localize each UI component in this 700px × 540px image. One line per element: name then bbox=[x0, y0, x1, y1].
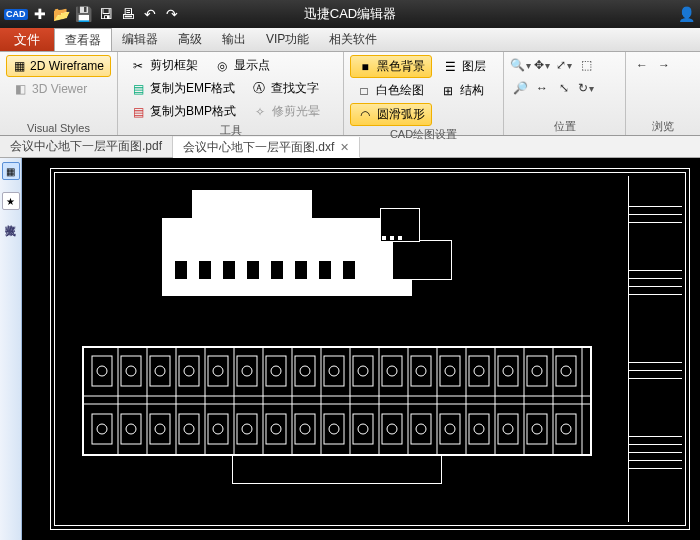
sidebar-favorites-button[interactable]: ★ bbox=[2, 192, 20, 210]
detail-dot bbox=[398, 236, 402, 240]
show-point-button[interactable]: ◎显示点 bbox=[208, 55, 276, 76]
copy-bmp-button[interactable]: ▤复制为BMP格式 bbox=[124, 101, 242, 122]
saveas-icon[interactable]: 🖫 bbox=[96, 4, 116, 24]
wireframe-button[interactable]: ▦ 2D Wireframe bbox=[6, 55, 111, 77]
svg-rect-43 bbox=[324, 414, 344, 444]
zoom-in-button[interactable]: 🔍▾ bbox=[510, 55, 530, 75]
menu-output[interactable]: 输出 bbox=[212, 28, 256, 51]
rotate-button[interactable]: ↻▾ bbox=[576, 78, 596, 98]
svg-rect-37 bbox=[295, 356, 315, 386]
svg-point-80 bbox=[532, 424, 542, 434]
doctab-pdf[interactable]: 会议中心地下一层平面图.pdf bbox=[0, 136, 173, 157]
svg-rect-77 bbox=[527, 356, 547, 386]
print-icon[interactable]: 🖶 bbox=[118, 4, 138, 24]
svg-point-14 bbox=[155, 366, 165, 376]
black-bg-label: 黑色背景 bbox=[377, 58, 425, 75]
undo-icon[interactable]: ↶ bbox=[140, 4, 160, 24]
svg-point-4 bbox=[97, 366, 107, 376]
viewer3d-button[interactable]: ◧ 3D Viewer bbox=[6, 79, 111, 99]
zoom-out-button[interactable]: 🔎 bbox=[510, 78, 530, 98]
copy-bmp-label: 复制为BMP格式 bbox=[150, 103, 236, 120]
trim-halo-label: 修剪光晕 bbox=[272, 103, 320, 120]
svg-rect-82 bbox=[556, 356, 576, 386]
menu-editor[interactable]: 编辑器 bbox=[112, 28, 168, 51]
svg-rect-52 bbox=[382, 356, 402, 386]
menu-related[interactable]: 相关软件 bbox=[319, 28, 387, 51]
svg-point-84 bbox=[561, 366, 571, 376]
svg-rect-47 bbox=[353, 356, 373, 386]
svg-point-20 bbox=[184, 424, 194, 434]
menu-viewer[interactable]: 查看器 bbox=[54, 28, 112, 51]
svg-rect-57 bbox=[411, 356, 431, 386]
svg-rect-7 bbox=[121, 356, 141, 386]
group-label-visual: Visual Styles bbox=[6, 121, 111, 134]
svg-rect-58 bbox=[411, 414, 431, 444]
svg-rect-42 bbox=[324, 356, 344, 386]
structure-label: 结构 bbox=[460, 82, 484, 99]
file-menu[interactable]: 文件 bbox=[0, 28, 54, 51]
nav-back-button[interactable]: ← bbox=[632, 55, 652, 75]
svg-point-44 bbox=[329, 366, 339, 376]
structure-button[interactable]: ⊞结构 bbox=[434, 80, 490, 101]
clip-frame-button[interactable]: ✂剪切框架 bbox=[124, 55, 204, 76]
svg-point-19 bbox=[184, 366, 194, 376]
find-text-button[interactable]: Ⓐ查找文字 bbox=[245, 78, 325, 99]
svg-rect-3 bbox=[92, 414, 112, 444]
doctab-dxf-label: 会议中心地下一层平面图.dxf bbox=[183, 139, 334, 156]
open-icon[interactable]: 📂 bbox=[52, 4, 72, 24]
svg-rect-72 bbox=[498, 356, 518, 386]
svg-point-49 bbox=[358, 366, 368, 376]
cube-icon: ◧ bbox=[12, 81, 28, 97]
menubar: 文件 查看器 编辑器 高级 输出 VIP功能 相关软件 bbox=[0, 28, 700, 52]
svg-point-34 bbox=[271, 366, 281, 376]
workspace: ▦ 属性 ★ 收藏夹 bbox=[0, 158, 700, 540]
menu-vip[interactable]: VIP功能 bbox=[256, 28, 319, 51]
white-bg-button[interactable]: □白色绘图 bbox=[350, 80, 430, 101]
svg-point-45 bbox=[329, 424, 339, 434]
user-icon[interactable]: 👤 bbox=[676, 4, 696, 24]
svg-point-70 bbox=[474, 424, 484, 434]
svg-rect-27 bbox=[237, 356, 257, 386]
pan-button[interactable]: ↔ bbox=[532, 78, 552, 98]
sidebar-properties-button[interactable]: ▦ bbox=[2, 162, 20, 180]
svg-point-79 bbox=[532, 366, 542, 376]
nav-fwd-button[interactable]: → bbox=[654, 55, 674, 75]
svg-point-59 bbox=[416, 366, 426, 376]
doctab-dxf[interactable]: 会议中心地下一层平面图.dxf ✕ bbox=[173, 137, 360, 158]
zoom-region-button[interactable]: ⬚ bbox=[576, 55, 596, 75]
layers-icon: ☰ bbox=[442, 59, 458, 75]
close-tab-icon[interactable]: ✕ bbox=[340, 141, 349, 154]
extents-button[interactable]: ⤡ bbox=[554, 78, 574, 98]
save-icon[interactable]: 💾 bbox=[74, 4, 94, 24]
ribbon-group-tools: ✂剪切框架 ◎显示点 ▤复制为EMF格式 Ⓐ查找文字 ▤复制为BMP格式 ✧修剪… bbox=[118, 52, 344, 135]
wireframe-label: 2D Wireframe bbox=[30, 59, 104, 73]
zoom-fit-button[interactable]: ⤢▾ bbox=[554, 55, 574, 75]
svg-point-75 bbox=[503, 424, 513, 434]
document-tabs: 会议中心地下一层平面图.pdf 会议中心地下一层平面图.dxf ✕ bbox=[0, 136, 700, 158]
detail-dot bbox=[382, 236, 386, 240]
show-point-label: 显示点 bbox=[234, 57, 270, 74]
svg-rect-67 bbox=[469, 356, 489, 386]
trim-halo-button[interactable]: ✧修剪光晕 bbox=[246, 101, 326, 122]
viewer3d-label: 3D Viewer bbox=[32, 82, 87, 96]
new-icon[interactable]: ✚ bbox=[30, 4, 50, 24]
svg-rect-68 bbox=[469, 414, 489, 444]
copy-emf-button[interactable]: ▤复制为EMF格式 bbox=[124, 78, 241, 99]
redo-icon[interactable]: ↷ bbox=[162, 4, 182, 24]
menu-advanced[interactable]: 高级 bbox=[168, 28, 212, 51]
drawing-canvas[interactable] bbox=[22, 158, 700, 540]
search-text-icon: Ⓐ bbox=[251, 81, 267, 97]
group-label-position: 位置 bbox=[510, 118, 619, 134]
svg-rect-23 bbox=[208, 414, 228, 444]
svg-rect-33 bbox=[266, 414, 286, 444]
layers-button[interactable]: ☰图层 bbox=[436, 56, 492, 77]
smooth-arc-button[interactable]: ◠圆滑弧形 bbox=[350, 103, 432, 126]
svg-point-25 bbox=[213, 424, 223, 434]
sidebar-properties-label[interactable]: 属性 bbox=[3, 182, 18, 190]
sidebar-favorites-label[interactable]: 收藏夹 bbox=[3, 212, 18, 220]
svg-rect-28 bbox=[237, 414, 257, 444]
ribbon-group-cad-settings: ■黑色背景 ☰图层 □白色绘图 ⊞结构 ◠圆滑弧形 CAD绘图设置 bbox=[344, 52, 504, 135]
svg-point-30 bbox=[242, 424, 252, 434]
black-bg-button[interactable]: ■黑色背景 bbox=[350, 55, 432, 78]
zoom-nav-button[interactable]: ✥▾ bbox=[532, 55, 552, 75]
